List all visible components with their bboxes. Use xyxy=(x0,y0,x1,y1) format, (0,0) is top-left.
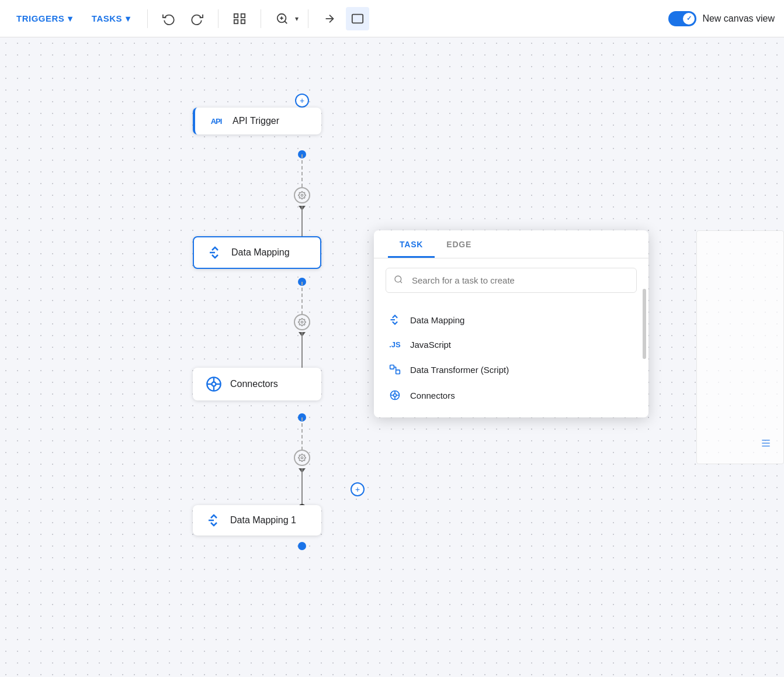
list-item-connectors[interactable]: Connectors xyxy=(374,382,648,408)
line-4 xyxy=(301,332,303,372)
undo-icon xyxy=(162,12,175,25)
divider-3 xyxy=(261,9,261,28)
add-top-button[interactable]: + xyxy=(295,94,309,108)
zoom-group: ▾ xyxy=(270,7,299,30)
toggle-check-icon: ✓ xyxy=(686,15,692,22)
canvas-view-button[interactable] xyxy=(346,7,369,30)
svg-rect-3 xyxy=(241,19,244,23)
data-mapping-label: Data Mapping xyxy=(231,247,290,258)
redo-button[interactable] xyxy=(185,7,209,30)
svg-rect-24 xyxy=(390,365,394,369)
data-mapping-1-icon xyxy=(204,513,223,527)
popup-panel: TASK EDGE D xyxy=(374,230,648,417)
search-input[interactable] xyxy=(386,268,637,293)
connectors-node[interactable]: Connectors xyxy=(193,368,321,400)
new-canvas-section: ✓ New canvas view xyxy=(668,11,775,26)
popup-tabs: TASK EDGE xyxy=(374,230,648,258)
connectors-list-label: Connectors xyxy=(410,391,455,400)
data-mapping-1-node[interactable]: Data Mapping 1 xyxy=(193,505,321,536)
javascript-list-label: JavaScript xyxy=(410,340,451,350)
connectors-label: Connectors xyxy=(230,379,278,389)
list-item-data-transformer[interactable]: Data Transformer (Script) xyxy=(374,357,648,382)
gear-icon-2 xyxy=(298,318,306,326)
new-canvas-toggle[interactable]: ✓ xyxy=(668,11,696,26)
mini-panel xyxy=(696,230,784,464)
search-icon xyxy=(394,275,403,286)
connectors-icon xyxy=(204,376,223,392)
triggers-button[interactable]: TRIGGERS ▾ xyxy=(9,10,80,27)
divider-4 xyxy=(308,9,308,28)
list-item-javascript[interactable]: .JS JavaScript xyxy=(374,333,648,357)
svg-point-14 xyxy=(212,382,216,386)
svg-rect-25 xyxy=(396,370,400,374)
api-trigger-node[interactable]: API API Trigger xyxy=(193,108,321,134)
canvas-view-icon xyxy=(351,12,364,25)
data-mapping-1-label: Data Mapping 1 xyxy=(230,515,296,526)
gear-icon-1 xyxy=(298,191,306,199)
svg-point-21 xyxy=(395,276,401,282)
toolbar: TRIGGERS ▾ TASKS ▾ xyxy=(0,0,784,37)
layout-icon xyxy=(233,12,246,25)
svg-point-12 xyxy=(301,321,303,323)
pen-icon xyxy=(323,12,336,25)
svg-point-10 xyxy=(301,194,303,196)
gear-2[interactable] xyxy=(294,314,310,330)
data-transformer-list-icon xyxy=(388,364,402,375)
popup-scrollbar[interactable] xyxy=(643,289,646,359)
add-middle-button[interactable]: + xyxy=(351,482,365,496)
svg-line-22 xyxy=(400,281,402,283)
zoom-chevron-icon: ▾ xyxy=(295,15,299,23)
tasks-chevron-icon: ▾ xyxy=(126,13,131,24)
line-6 xyxy=(301,468,303,508)
api-trigger-label: API Trigger xyxy=(233,116,279,126)
svg-rect-2 xyxy=(234,19,237,23)
divider-2 xyxy=(218,9,218,28)
data-transformer-list-label: Data Transformer (Script) xyxy=(410,365,509,375)
svg-rect-1 xyxy=(241,13,244,17)
gear-3[interactable] xyxy=(294,450,310,466)
triggers-label: TRIGGERS xyxy=(16,13,64,23)
zoom-button[interactable] xyxy=(270,7,294,30)
dot-7 xyxy=(298,542,306,550)
svg-point-19 xyxy=(301,457,303,459)
tasks-button[interactable]: TASKS ▾ xyxy=(85,10,138,27)
data-mapping-icon xyxy=(206,246,224,260)
api-icon: API xyxy=(207,117,226,126)
triggers-chevron-icon: ▾ xyxy=(68,13,73,24)
gear-1[interactable] xyxy=(294,187,310,203)
gear-icon-3 xyxy=(298,454,306,462)
svg-rect-0 xyxy=(234,13,237,17)
data-mapping-list-label: Data Mapping xyxy=(410,315,464,325)
list-item-data-mapping[interactable]: Data Mapping xyxy=(374,307,648,333)
tab-task[interactable]: TASK xyxy=(388,230,435,258)
undo-button[interactable] xyxy=(157,7,181,30)
mini-panel-icon[interactable] xyxy=(760,437,772,452)
tab-edge[interactable]: EDGE xyxy=(435,230,483,258)
canvas[interactable]: + API API Trigger Data Mapping xyxy=(0,37,784,677)
popup-search xyxy=(386,268,637,293)
svg-line-5 xyxy=(285,21,287,23)
zoom-icon xyxy=(276,12,289,25)
new-canvas-label: New canvas view xyxy=(702,13,775,24)
connectors-list-icon xyxy=(388,389,402,401)
javascript-list-icon: .JS xyxy=(388,340,402,349)
data-mapping-node[interactable]: Data Mapping xyxy=(193,236,321,269)
popup-list: Data Mapping .JS JavaScript Data xyxy=(374,302,648,417)
svg-point-27 xyxy=(394,394,397,397)
svg-rect-9 xyxy=(352,14,362,23)
pen-button[interactable] xyxy=(318,7,341,30)
tasks-label: TASKS xyxy=(92,13,122,23)
layout-button[interactable] xyxy=(228,7,251,30)
divider-1 xyxy=(147,9,148,28)
redo-icon xyxy=(190,12,203,25)
data-mapping-list-icon xyxy=(388,314,402,326)
